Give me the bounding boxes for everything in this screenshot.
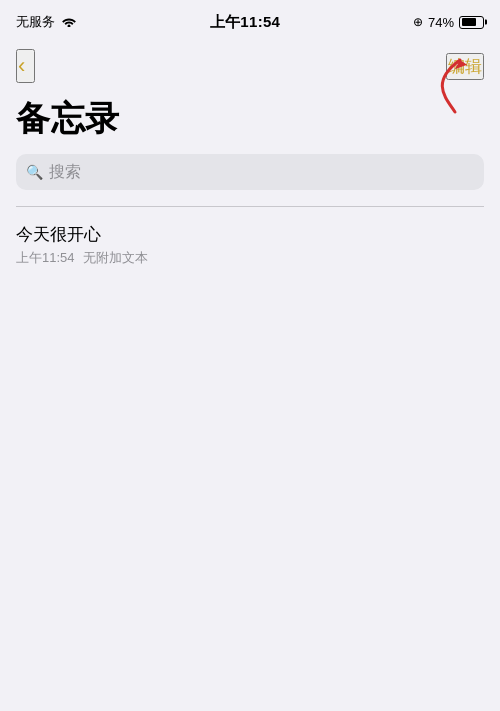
search-placeholder: 搜索	[49, 162, 81, 183]
battery-percent: 74%	[428, 15, 454, 30]
status-bar: 无服务 上午11:54 ⊕ 74%	[0, 0, 500, 44]
carrier-label: 无服务	[16, 13, 55, 31]
page-title-area: 备忘录	[0, 88, 500, 154]
search-container: 🔍 搜索	[0, 154, 500, 206]
note-title: 今天很开心	[16, 223, 484, 246]
search-icon: 🔍	[26, 164, 43, 180]
edit-button[interactable]: 编辑	[446, 53, 484, 80]
note-preview: 无附加文本	[83, 249, 148, 267]
search-bar[interactable]: 🔍 搜索	[16, 154, 484, 190]
page-title: 备忘录	[16, 96, 484, 142]
nav-bar: ‹ 编辑	[0, 44, 500, 88]
status-right: ⊕ 74%	[413, 15, 484, 30]
battery-indicator	[459, 16, 484, 29]
back-button[interactable]: ‹	[16, 49, 35, 83]
note-item[interactable]: 今天很开心 上午11:54 无附加文本	[0, 211, 500, 279]
notes-list: 今天很开心 上午11:54 无附加文本	[0, 207, 500, 279]
note-time: 上午11:54	[16, 249, 75, 267]
wifi-icon	[61, 15, 77, 30]
status-time: 上午11:54	[210, 13, 280, 32]
status-left: 无服务	[16, 13, 77, 31]
note-meta: 上午11:54 无附加文本	[16, 249, 484, 267]
location-icon: ⊕	[413, 15, 423, 29]
